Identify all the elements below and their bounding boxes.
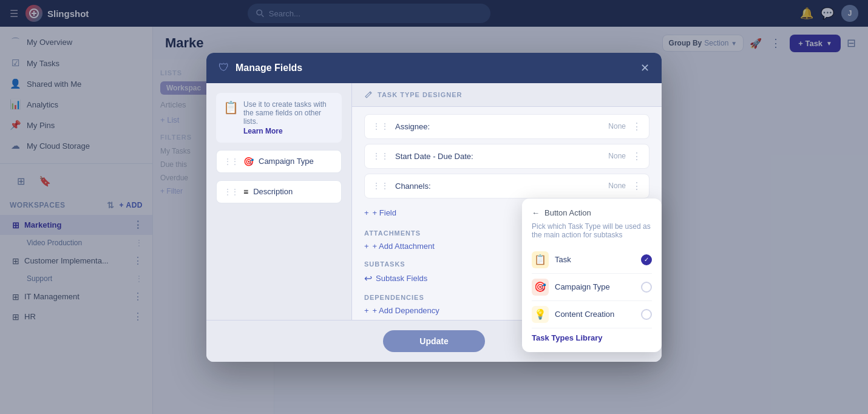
- learn-more-link[interactable]: Learn More: [243, 127, 334, 135]
- modal-header: 🛡 Manage Fields ✕: [206, 53, 662, 83]
- campaign-type-label: Campaign Type: [259, 157, 334, 166]
- pencil-icon: [364, 90, 373, 99]
- task-option-label: Task: [555, 255, 635, 264]
- drag-handle-icon: ⋮⋮: [224, 188, 239, 196]
- modal-title: Manage Fields: [236, 63, 634, 73]
- drag-handle-icon: ⋮⋮: [224, 157, 239, 166]
- subtask-fields-label: Subtask Fields: [376, 274, 427, 283]
- info-box-text: Use it to create tasks with the same fie…: [243, 100, 327, 126]
- info-box-icon: 📋: [223, 100, 239, 115]
- button-action-popup: ← Button Action Pick which Task Type wil…: [522, 199, 662, 352]
- task-types-library-link[interactable]: Task Types Library: [532, 328, 652, 342]
- modal-left-panel: 📋 Use it to create tasks with the same f…: [206, 83, 352, 320]
- ba-option-campaign-type[interactable]: 🎯 Campaign Type: [532, 274, 652, 301]
- drag-icon: ⋮⋮: [372, 121, 389, 131]
- task-radio[interactable]: [641, 254, 652, 265]
- task-type-label: TASK TYPE DESIGNER: [378, 91, 462, 98]
- field-more-icon[interactable]: ⋮: [632, 180, 642, 192]
- field-value-channels: None: [608, 182, 626, 190]
- campaign-radio[interactable]: [641, 282, 652, 293]
- add-attachment-label: + Add Attachment: [373, 242, 435, 251]
- update-button[interactable]: Update: [383, 330, 484, 352]
- ba-description: Pick which Task Type will be used as the…: [532, 222, 652, 239]
- task-option-icon: 📋: [532, 251, 549, 268]
- content-radio[interactable]: [641, 309, 652, 320]
- field-label-start-due: Start Date - Due Date:: [395, 152, 602, 161]
- plus-icon: +: [364, 242, 369, 251]
- drag-icon: ⋮⋮: [372, 181, 389, 191]
- field-item-description[interactable]: ⋮⋮ ≡ Description: [216, 180, 342, 203]
- ba-option-content-creation[interactable]: 💡 Content Creation: [532, 301, 652, 328]
- ba-back-label: Button Action: [544, 208, 591, 217]
- description-icon: ≡: [243, 187, 248, 197]
- info-box: 📋 Use it to create tasks with the same f…: [216, 93, 342, 143]
- back-arrow-icon: ←: [532, 208, 540, 217]
- field-more-icon[interactable]: ⋮: [632, 121, 642, 132]
- task-type-header: TASK TYPE DESIGNER: [352, 83, 662, 107]
- field-value-start-due: None: [608, 152, 626, 160]
- drag-icon: ⋮⋮: [372, 151, 389, 161]
- field-row-assignee: ⋮⋮ Assignee: None ⋮: [364, 114, 649, 139]
- content-option-icon: 💡: [532, 306, 549, 323]
- field-item-campaign-type[interactable]: ⋮⋮ 🎯 Campaign Type: [216, 150, 342, 173]
- plus-icon: +: [364, 306, 369, 315]
- modal-close-button[interactable]: ✕: [640, 61, 649, 75]
- field-label-assignee: Assignee:: [395, 122, 602, 131]
- plus-icon: +: [364, 208, 369, 217]
- modal-overlay[interactable]: 🛡 Manage Fields ✕ 📋 Use it to create tas…: [0, 0, 868, 414]
- add-dependency-label: + Add Dependency: [373, 306, 439, 315]
- field-more-icon[interactable]: ⋮: [632, 151, 642, 162]
- manage-fields-modal: 🛡 Manage Fields ✕ 📋 Use it to create tas…: [206, 53, 662, 362]
- subtask-icon: ↩: [364, 273, 372, 284]
- ba-option-task[interactable]: 📋 Task: [532, 246, 652, 274]
- field-value-assignee: None: [608, 122, 626, 131]
- description-label: Description: [253, 187, 334, 196]
- campaign-type-icon: 🎯: [243, 157, 254, 166]
- campaign-option-label: Campaign Type: [555, 282, 635, 291]
- field-row-channels: ⋮⋮ Channels: None ⋮: [364, 174, 649, 199]
- field-label-channels: Channels:: [395, 182, 602, 191]
- fields-list: ⋮⋮ Assignee: None ⋮ ⋮⋮ Start Date - Due …: [352, 107, 662, 206]
- modal-header-icon: 🛡: [219, 61, 229, 74]
- content-option-label: Content Creation: [555, 310, 635, 319]
- field-row-start-due-date: ⋮⋮ Start Date - Due Date: None ⋮: [364, 144, 649, 169]
- add-field-label: + Field: [373, 208, 396, 217]
- ba-back-button[interactable]: ← Button Action: [532, 208, 652, 217]
- campaign-option-icon: 🎯: [532, 279, 549, 296]
